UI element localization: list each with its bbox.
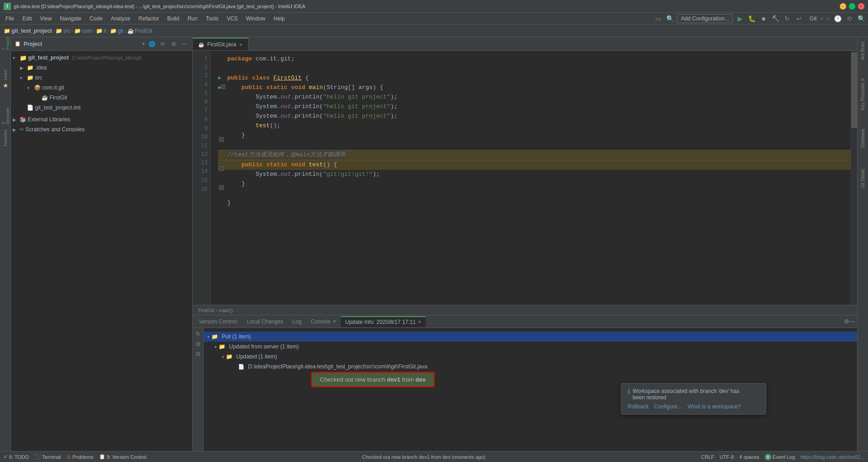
tab-close-btn[interactable]: ✕ xyxy=(239,42,243,47)
sync-button[interactable]: ↻ xyxy=(782,14,792,24)
tab-console[interactable]: Console ✕ xyxy=(306,316,340,327)
close-button[interactable]: ✕ xyxy=(858,3,864,10)
status-event-log[interactable]: 8 Event Log xyxy=(765,454,795,460)
todo-label: 6: TODO xyxy=(9,454,29,460)
status-problems[interactable]: ⚠ Problems xyxy=(66,454,93,460)
tree-item-comitgit[interactable]: ▾ 📦 com.it.git xyxy=(11,83,192,93)
status-git-url[interactable]: https://blog.csdn.net/xho62... xyxy=(800,454,864,460)
panel-minimize-btn[interactable]: — xyxy=(180,40,189,48)
breadcrumb-firstgit[interactable]: FirstGit xyxy=(135,28,153,34)
presentation-mode-btn[interactable]: ▭ xyxy=(653,14,663,24)
breadcrumb-it[interactable]: it xyxy=(104,28,106,34)
breadcrumb-src[interactable]: src xyxy=(63,28,70,34)
search-everywhere-btn[interactable]: 🔍 xyxy=(665,14,675,24)
filter-icon[interactable]: ⊟ xyxy=(194,350,202,358)
menu-code[interactable]: Code xyxy=(86,15,106,23)
undo-button[interactable]: ↩ xyxy=(794,14,804,24)
panel-scroll-btn[interactable]: ⟳ xyxy=(159,40,167,48)
git-url-label: https://blog.csdn.net/xho62... xyxy=(800,454,864,460)
status-encoding[interactable]: UTF-8 xyxy=(720,454,734,460)
menu-edit[interactable]: Edit xyxy=(19,15,35,23)
vc-item-updated-server[interactable]: ▾ 📁 Updated from server (1 item) xyxy=(204,342,857,352)
code-line-13: System.out.println("git!git!git!"); xyxy=(218,170,851,179)
key-promoter-tab[interactable]: Key Promoter X xyxy=(859,75,866,113)
vc-item-file[interactable]: 📄 D:\ideaProjectPlace\git-idea-test\git_… xyxy=(204,362,857,372)
refresh-icon[interactable]: ↻ xyxy=(194,330,202,338)
menu-analyze[interactable]: Analyze xyxy=(107,15,134,23)
git-history-btn[interactable]: 🕐 xyxy=(833,14,843,24)
ant-build-tab[interactable]: Ant Build xyxy=(859,39,866,63)
stop-button[interactable]: ■ xyxy=(758,14,768,24)
tree-item-iml[interactable]: ▶ 📄 git_test_project.iml xyxy=(11,103,192,113)
editor-tab-firstgit[interactable]: ☕ FirstGit.java ✕ xyxy=(193,38,249,50)
menu-help[interactable]: Help xyxy=(270,15,289,23)
rollback-link[interactable]: Rollback xyxy=(628,403,649,410)
status-todo[interactable]: ✓ 6: TODO xyxy=(4,454,29,460)
workspace-help-link[interactable]: What is a workspace? xyxy=(688,403,741,410)
code-content[interactable]: package com.it.git; ▶ public class First… xyxy=(211,51,851,305)
configure-link[interactable]: Configure... xyxy=(654,403,682,410)
tree-item-idea[interactable]: ▶ 📁 .idea xyxy=(11,63,192,73)
editor-scrollbar[interactable] xyxy=(851,51,857,305)
menu-run[interactable]: Run xyxy=(184,15,201,23)
run-button[interactable]: ▶ xyxy=(735,14,745,24)
breadcrumb-project[interactable]: git_test_project xyxy=(11,28,52,34)
collapse-icon[interactable]: ⊟ xyxy=(194,340,202,348)
indent-label: 4 spaces xyxy=(739,454,759,460)
tree-item-scratches[interactable]: ▶ ✏ Scratches and Consoles xyxy=(11,124,192,134)
favorites2-tab[interactable]: Favorites xyxy=(1,134,10,143)
tab-vc-label[interactable]: Version Control: xyxy=(195,316,242,327)
status-crlf[interactable]: CRLF xyxy=(701,454,714,460)
tab-console-close[interactable]: ✕ xyxy=(333,319,336,324)
vc-item-pull[interactable]: ▾ 📁 Pull (1 item) xyxy=(204,332,857,342)
checkout-balloon: Checked out new branch dev1 from dev xyxy=(311,372,435,387)
terminal-icon: ⬛ xyxy=(35,454,41,460)
learn-tab[interactable]: Learn xyxy=(1,70,10,79)
panel-scope-btn[interactable]: 🌐 xyxy=(148,40,156,48)
tree-item-extlibs[interactable]: ▶ 📚 External Libraries xyxy=(11,114,192,124)
status-indent[interactable]: 4 spaces xyxy=(739,454,759,460)
tab-local-changes[interactable]: Local Changes xyxy=(242,316,288,327)
menu-refactor[interactable]: Refactor xyxy=(135,15,163,23)
database-tab[interactable]: Database xyxy=(859,126,866,151)
code-line-8: test(); xyxy=(218,121,851,131)
menu-tools[interactable]: Tools xyxy=(202,15,222,23)
project-tab[interactable]: 1: Project xyxy=(1,39,10,48)
add-configuration-button[interactable]: Add Configuration... xyxy=(677,14,733,23)
build-button[interactable]: 🔨 xyxy=(770,14,780,24)
bottom-panel-settings-btn[interactable]: ⚙ xyxy=(844,318,849,325)
menu-navigate[interactable]: Navigate xyxy=(56,15,85,23)
menu-vcs[interactable]: VCS xyxy=(223,15,242,23)
vc-item-updated[interactable]: ▾ 📁 Updated (1 item) xyxy=(204,352,857,362)
side-panel-header: 📋 Project ▾ 🌐 ⟳ ⚙ — xyxy=(11,37,192,51)
tree-item-root[interactable]: ▾ 📁 git_test_project D:\ideaProjectPlace… xyxy=(11,53,192,63)
structure-tab[interactable]: 2: Structure xyxy=(1,112,10,121)
git-search-btn[interactable]: 🔍 xyxy=(856,14,866,24)
code-editor[interactable]: 12345678 910111213141516 package com.it.… xyxy=(193,51,857,305)
maximize-button[interactable]: □ xyxy=(849,3,855,10)
breadcrumb-com[interactable]: com xyxy=(82,28,92,34)
event-log-label: Event Log xyxy=(773,454,795,460)
tab-update-info[interactable]: Update Info: 2020/8/17 17:11 ✕ xyxy=(341,316,426,327)
tree-item-src[interactable]: ▾ 📁 src xyxy=(11,73,192,83)
menu-window[interactable]: Window xyxy=(242,15,269,23)
tab-updateinfo-close[interactable]: ✕ xyxy=(418,319,421,324)
event-count-badge: 8 xyxy=(765,454,771,460)
menu-file[interactable]: File xyxy=(2,15,18,23)
git-rollback-btn[interactable]: ⟲ xyxy=(844,14,854,24)
app-icon: I xyxy=(4,3,11,10)
breadcrumb-git[interactable]: git xyxy=(118,28,124,34)
status-terminal[interactable]: ⬛ Terminal xyxy=(35,454,61,460)
menu-build[interactable]: Build xyxy=(164,15,183,23)
panel-settings-btn[interactable]: ⚙ xyxy=(170,40,178,48)
git-detail-tab[interactable]: Git Detail... xyxy=(859,163,866,191)
debug-button[interactable]: 🐛 xyxy=(747,14,757,24)
minimize-button[interactable]: ─ xyxy=(840,3,846,10)
status-vc[interactable]: 📋 9: Version Control xyxy=(99,454,146,460)
tab-log[interactable]: Log xyxy=(288,316,306,327)
tree-item-firstgit[interactable]: ▶ ☕ FirstGit xyxy=(11,93,192,103)
bottom-panel-minimize-btn[interactable]: — xyxy=(849,318,855,325)
favorites-tab[interactable]: ★ xyxy=(1,81,10,90)
menu-view[interactable]: View xyxy=(36,15,55,23)
tree-icon-comitgit: 📦 xyxy=(34,84,41,91)
